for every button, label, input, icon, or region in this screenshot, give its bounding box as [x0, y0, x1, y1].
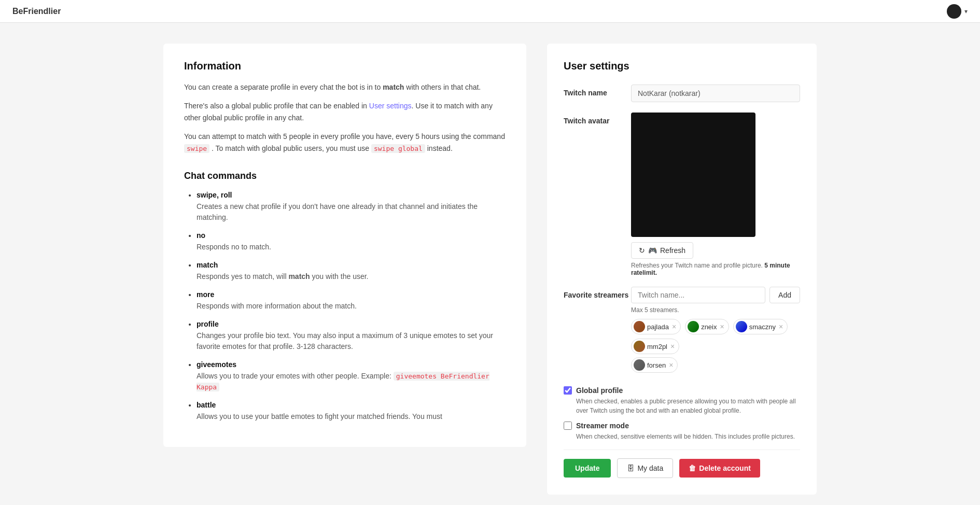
- delete-account-button[interactable]: 🗑 Delete account: [679, 459, 760, 478]
- streamer-name: zneix: [701, 323, 717, 331]
- streamer-avatar-forsen: [634, 359, 645, 371]
- refresh-icon: ↻: [639, 246, 645, 255]
- global-profile-desc: When checked, enables a public presence …: [576, 397, 800, 415]
- streamer-input-row: Add: [631, 287, 800, 303]
- command-desc: Responds with more information about the…: [197, 301, 506, 312]
- twitch-name-label: Twitch name: [564, 85, 631, 97]
- action-row: Update 🗄 My data 🗑 Delete account: [564, 450, 800, 478]
- mydata-button[interactable]: 🗄 My data: [617, 458, 673, 478]
- list-item: profile Changes your profile bio text. Y…: [197, 320, 506, 352]
- avatar: [947, 4, 961, 19]
- commands-title: Chat commands: [184, 171, 506, 181]
- twitch-avatar-row: Twitch avatar ↻ 🎮 Refresh Refreshes your…: [564, 113, 800, 276]
- streamer-mode-desc: When checked, sensitive elements will be…: [576, 432, 800, 441]
- swipe-code: swipe: [184, 144, 209, 153]
- swipe-global-code: swipe global: [371, 144, 425, 153]
- update-button[interactable]: Update: [564, 459, 611, 478]
- favorite-streamers-label: Favorite streamers: [564, 287, 631, 299]
- streamer-tags: pajlada × zneix × smaczny ×: [631, 319, 800, 354]
- command-name: swipe, roll: [197, 191, 506, 199]
- info-panel: Information You can create a separate pr…: [163, 44, 526, 447]
- list-item: giveemotes Allows you to trade your emot…: [197, 360, 506, 392]
- favorite-streamers-field: Add Max 5 streamers. pajlada × zneix ×: [631, 287, 800, 376]
- global-profile-row: Global profile: [564, 386, 800, 395]
- streamer-avatar-zneix: [688, 321, 699, 332]
- global-profile-checkbox[interactable]: [564, 386, 572, 395]
- global-profile-label: Global profile: [576, 386, 623, 395]
- twitch-name-row: Twitch name: [564, 85, 800, 102]
- remove-mm2pl-button[interactable]: ×: [670, 343, 675, 350]
- twitch-avatar-label: Twitch avatar: [564, 113, 631, 125]
- list-item: forsen ×: [631, 357, 678, 373]
- streamer-name: forsen: [647, 361, 666, 369]
- remove-forsen-button[interactable]: ×: [669, 361, 673, 369]
- list-item: more Responds with more information abou…: [197, 290, 506, 312]
- main-container: Information You can create a separate pr…: [153, 23, 827, 505]
- list-item: match Responds yes to match, will match …: [197, 261, 506, 282]
- streamer-mode-section: Streamer mode When checked, sensitive el…: [564, 422, 800, 441]
- command-name: giveemotes: [197, 360, 506, 369]
- chevron-down-icon: ▾: [964, 8, 968, 15]
- refresh-note: Refreshes your Twitch name and profile p…: [631, 262, 800, 276]
- max-streamers-note: Max 5 streamers.: [631, 306, 800, 314]
- giveemotes-code: giveemotes BeFriendlier Kappa: [197, 372, 489, 391]
- streamer-avatar-smaczny: [736, 321, 747, 332]
- refresh-label: Refresh: [660, 246, 685, 255]
- command-name: match: [197, 261, 506, 269]
- list-item: no Responds no to match.: [197, 231, 506, 252]
- streamer-name: mm2pl: [647, 343, 667, 350]
- user-menu[interactable]: ▾: [947, 4, 968, 19]
- favorite-streamers-row: Favorite streamers Add Max 5 streamers. …: [564, 287, 800, 376]
- mydata-label: My data: [637, 464, 663, 472]
- refresh-icon-2: 🎮: [648, 246, 657, 255]
- command-name: more: [197, 290, 506, 299]
- twitch-avatar-field: ↻ 🎮 Refresh Refreshes your Twitch name a…: [631, 113, 800, 276]
- command-desc: Creates a new chat profile if you don't …: [197, 201, 506, 223]
- user-settings-link[interactable]: User settings: [369, 102, 412, 110]
- twitch-avatar-image: [631, 113, 755, 237]
- twitch-name-field: [631, 85, 800, 102]
- command-desc: Allows you to use your battle emotes to …: [197, 411, 506, 422]
- streamer-tags-row2: forsen ×: [631, 357, 800, 373]
- info-title: Information: [184, 60, 506, 72]
- streamer-avatar-pajlada: [634, 321, 645, 332]
- command-desc: Changes your profile bio text. You may a…: [197, 330, 506, 352]
- remove-smaczny-button[interactable]: ×: [779, 323, 783, 330]
- info-para-1: You can create a separate profile in eve…: [184, 81, 506, 93]
- list-item: battle Allows you to use your battle emo…: [197, 401, 506, 422]
- settings-title: User settings: [564, 60, 800, 72]
- streamer-name-input[interactable]: [631, 287, 765, 303]
- info-para-3: You can attempt to match with 5 people i…: [184, 131, 506, 154]
- command-name: battle: [197, 401, 506, 409]
- header: BeFriendlier ▾: [0, 0, 980, 23]
- refresh-note-text: Refreshes your Twitch name and profile p…: [631, 262, 763, 269]
- add-streamer-button[interactable]: Add: [769, 287, 800, 303]
- command-desc: Responds no to match.: [197, 242, 506, 252]
- command-desc: Allows you to trade your emotes with oth…: [197, 371, 506, 392]
- streamer-mode-label: Streamer mode: [576, 422, 629, 430]
- info-para-2: There's also a global public profile tha…: [184, 100, 506, 123]
- list-item: smaczny ×: [733, 319, 788, 334]
- streamer-name: pajlada: [647, 323, 669, 331]
- trash-icon: 🗑: [689, 464, 696, 472]
- remove-pajlada-button[interactable]: ×: [672, 323, 676, 330]
- list-item: zneix ×: [685, 319, 729, 334]
- command-name: profile: [197, 320, 506, 328]
- command-list: swipe, roll Creates a new chat profile i…: [184, 191, 506, 422]
- streamer-mode-row: Streamer mode: [564, 422, 800, 430]
- global-profile-section: Global profile When checked, enables a p…: [564, 386, 800, 415]
- settings-panel: User settings Twitch name Twitch avatar …: [547, 44, 817, 495]
- list-item: pajlada ×: [631, 319, 681, 334]
- twitch-name-input[interactable]: [631, 85, 800, 102]
- refresh-button[interactable]: ↻ 🎮 Refresh: [631, 242, 693, 259]
- logo: BeFriendlier: [12, 7, 61, 16]
- command-name: no: [197, 231, 506, 240]
- database-icon: 🗄: [627, 464, 634, 472]
- streamer-avatar-mm2pl: [634, 341, 645, 352]
- streamer-mode-checkbox[interactable]: [564, 422, 572, 430]
- list-item: mm2pl ×: [631, 339, 679, 354]
- delete-label: Delete account: [699, 464, 751, 472]
- list-item: swipe, roll Creates a new chat profile i…: [197, 191, 506, 223]
- remove-zneix-button[interactable]: ×: [720, 323, 724, 330]
- streamer-name: smaczny: [749, 323, 776, 331]
